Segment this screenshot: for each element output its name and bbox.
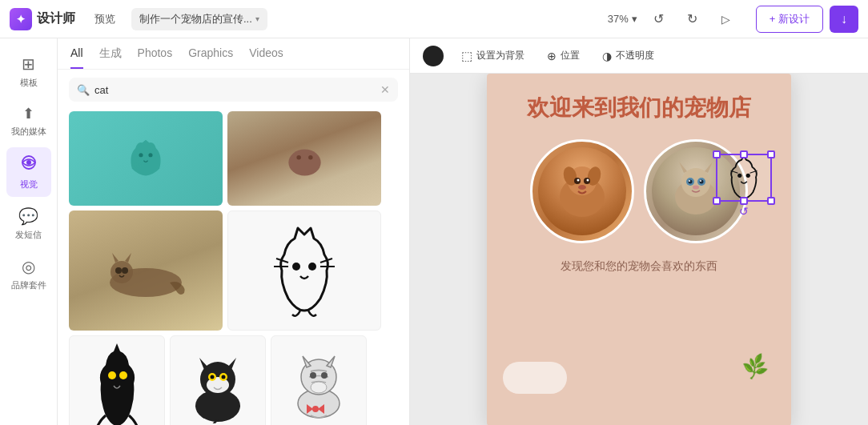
dog-photo[interactable] [530, 139, 634, 243]
search-bar: 🔍 ✕ [69, 78, 398, 102]
dog-photo-placeholder [532, 142, 632, 241]
sidebar-item-sms[interactable]: 💬 发短信 [6, 200, 51, 247]
brand-icon: ◎ [22, 257, 35, 276]
tab-generate[interactable]: 生成 [99, 46, 122, 69]
list-item[interactable] [227, 210, 381, 331]
main-area: ⊞ 模板 ⬆ 我的媒体 视觉 💬 发短信 ◎ 品牌套件 [0, 38, 868, 425]
sidebar-item-label: 我的媒体 [11, 126, 46, 138]
zoom-level: 37% [608, 13, 629, 25]
preview-button[interactable]: 预览 [86, 9, 123, 30]
selection-handle-tm[interactable] [740, 150, 748, 158]
set-bg-label: 设置为背景 [476, 49, 524, 62]
media-grid [58, 108, 409, 425]
svg-point-3 [148, 153, 152, 157]
svg-point-8 [308, 154, 313, 159]
media-row [69, 210, 398, 331]
topbar: ✦ 设计师 预览 制作一个宠物店的宣传... ▾ 37% ▾ ↺ ↻ ▷ + 新… [0, 0, 868, 38]
svg-point-45 [689, 179, 693, 183]
search-input[interactable] [94, 84, 376, 96]
cloud-decoration [503, 362, 567, 394]
svg-point-22 [211, 375, 215, 379]
svg-point-48 [700, 180, 701, 182]
set-bg-icon: ⬚ [461, 49, 472, 63]
list-item[interactable] [271, 335, 367, 425]
selection-handle-br[interactable] [767, 197, 775, 205]
sidebar-item-media[interactable]: ⬆ 我的媒体 [6, 98, 51, 144]
new-design-button[interactable]: + 新设计 [756, 6, 823, 33]
canvas-title[interactable]: 欢迎来到我们的宠物店 [487, 74, 791, 133]
zoom-control[interactable]: 37% ▾ [608, 13, 637, 25]
canvas-viewport[interactable]: 欢迎来到我们的宠物店 [410, 74, 868, 425]
media-row [69, 111, 398, 206]
selection-handle-tr[interactable] [767, 150, 775, 158]
set-background-button[interactable]: ⬚ 设置为背景 [456, 46, 529, 66]
sidebar-icons: ⊞ 模板 ⬆ 我的媒体 视觉 💬 发短信 ◎ 品牌套件 [0, 38, 58, 425]
vision-icon [20, 154, 38, 175]
templates-icon: ⊞ [22, 54, 35, 74]
media-icon: ⬆ [22, 105, 34, 122]
position-button[interactable]: ⊕ 位置 [542, 46, 585, 66]
svg-point-7 [296, 154, 301, 159]
sidebar-item-label: 发短信 [15, 229, 42, 241]
list-item[interactable] [170, 335, 266, 425]
redo-button[interactable]: ↻ [681, 7, 705, 31]
svg-point-15 [108, 371, 116, 379]
undo-button[interactable]: ↺ [647, 7, 671, 31]
position-label: 位置 [561, 49, 580, 62]
selection-handle-bm[interactable] [740, 197, 748, 205]
svg-point-38 [587, 178, 589, 181]
design-canvas[interactable]: 欢迎来到我们的宠物店 [487, 74, 791, 425]
list-item[interactable] [227, 111, 381, 206]
canvas-toolbar: ⬚ 设置为背景 ⊕ 位置 ◑ 不透明度 [410, 38, 868, 74]
logo-icon: ✦ [10, 8, 32, 30]
tab-videos[interactable]: Videos [249, 46, 283, 69]
list-item[interactable] [69, 335, 165, 425]
selection-handle-tl[interactable] [713, 150, 721, 158]
zoom-chevron-icon: ▾ [632, 13, 637, 25]
svg-point-47 [689, 180, 690, 182]
tab-graphics[interactable]: Graphics [188, 46, 233, 69]
canvas-subtitle[interactable]: 发现您和您的宠物会喜欢的东西 [487, 259, 791, 274]
list-item[interactable] [69, 111, 223, 206]
sidebar-item-label: 品牌套件 [11, 279, 46, 291]
svg-point-37 [577, 178, 580, 181]
media-row [69, 335, 398, 425]
clear-search-button[interactable]: ✕ [380, 83, 390, 96]
svg-point-51 [746, 174, 750, 178]
svg-point-1 [26, 160, 31, 165]
sidebar-item-brand[interactable]: ◎ 品牌套件 [6, 251, 51, 298]
project-title[interactable]: 制作一个宠物店的宣传... ▾ [131, 8, 267, 30]
svg-point-2 [139, 153, 143, 157]
search-icon: 🔍 [77, 84, 90, 96]
svg-point-29 [312, 406, 319, 412]
download-button[interactable]: ↓ [830, 6, 858, 33]
svg-point-46 [700, 179, 704, 183]
list-item[interactable] [69, 210, 223, 331]
topbar-right: + 新设计 ↓ [756, 6, 858, 33]
svg-point-28 [321, 372, 328, 379]
opacity-button[interactable]: ◑ 不透明度 [597, 46, 659, 66]
tab-photos[interactable]: Photos [138, 46, 173, 69]
sidebar-item-label: 视觉 [20, 178, 38, 190]
sidebar-item-vision[interactable]: 视觉 [6, 147, 51, 197]
svg-point-50 [737, 174, 741, 178]
logo: ✦ 设计师 [10, 8, 75, 30]
topbar-center: 37% ▾ ↺ ↻ ▷ [608, 7, 738, 31]
position-icon: ⊕ [547, 50, 557, 62]
svg-point-12 [122, 267, 128, 274]
svg-point-4 [288, 149, 320, 175]
selection-handle-bl[interactable] [713, 197, 721, 205]
color-picker[interactable] [423, 46, 444, 66]
leaf-decoration: 🌿 [740, 351, 770, 381]
svg-point-10 [111, 261, 133, 283]
canvas-area: ⬚ 设置为背景 ⊕ 位置 ◑ 不透明度 欢迎来到我们的宠物店 [410, 38, 868, 425]
opacity-icon: ◑ [602, 50, 612, 62]
tab-all[interactable]: All [70, 46, 83, 69]
panel-tabs: All 生成 Photos Graphics Videos [58, 38, 409, 70]
play-button[interactable]: ▷ [714, 7, 738, 31]
logo-text: 设计师 [37, 10, 75, 27]
rotate-handle[interactable]: ↺ [739, 205, 749, 218]
sidebar-item-templates[interactable]: ⊞ 模板 [6, 48, 51, 95]
selected-graphic-element[interactable]: ↺ [716, 154, 772, 202]
opacity-label: 不透明度 [616, 49, 654, 62]
